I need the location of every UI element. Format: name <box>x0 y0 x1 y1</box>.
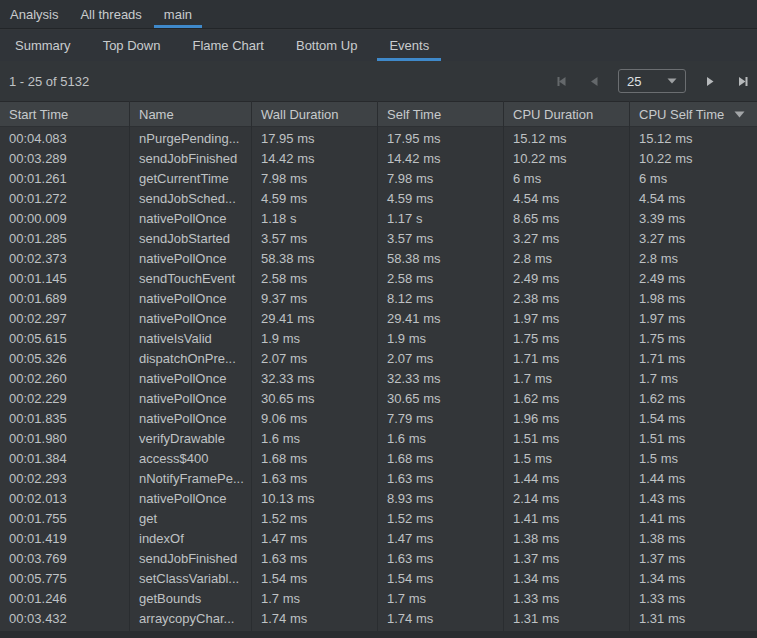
cell-self-time: 58.38 ms <box>378 248 504 268</box>
chevron-down-icon <box>667 78 677 84</box>
cell-self-time: 3.57 ms <box>378 228 504 248</box>
cell-start-time: 00:01.272 <box>0 188 130 208</box>
cell-cpu-self-time: 6 ms <box>630 168 757 188</box>
cell-start-time: 00:01.261 <box>0 168 130 188</box>
page-size-dropdown[interactable]: 25 <box>618 69 686 93</box>
column-header-name[interactable]: Name <box>130 102 252 126</box>
table-row[interactable]: 00:00.009nativePollOnce1.18 s1.17 s8.65 … <box>0 208 757 228</box>
cell-start-time: 00:01.246 <box>0 588 130 608</box>
table-row[interactable]: 00:05.615nativeIsValid1.9 ms1.9 ms1.75 m… <box>0 328 757 348</box>
cell-self-time: 17.95 ms <box>378 128 504 148</box>
column-divider[interactable] <box>129 101 130 631</box>
cell-start-time: 00:01.980 <box>0 428 130 448</box>
column-header-self-time[interactable]: Self Time <box>378 102 504 126</box>
column-header-wall-duration[interactable]: Wall Duration <box>252 102 378 126</box>
cell-name: nativePollOnce <box>130 408 252 428</box>
table-row[interactable]: 00:02.297nativePollOnce29.41 ms29.41 ms1… <box>0 308 757 328</box>
table-row[interactable]: 00:01.145sendTouchEvent2.58 ms2.58 ms2.4… <box>0 268 757 288</box>
table-row[interactable]: 00:01.835nativePollOnce9.06 ms7.79 ms1.9… <box>0 408 757 428</box>
cell-wall-duration: 10.13 ms <box>252 488 378 508</box>
column-divider[interactable] <box>251 101 252 631</box>
cell-cpu-duration: 2.8 ms <box>504 248 630 268</box>
last-page-icon[interactable] <box>734 73 750 89</box>
tab-all-threads[interactable]: All threads <box>70 0 151 28</box>
table-row[interactable]: 00:01.419indexOf1.47 ms1.47 ms1.38 ms1.3… <box>0 528 757 548</box>
cell-start-time: 00:01.689 <box>0 288 130 308</box>
cell-wall-duration: 1.9 ms <box>252 328 378 348</box>
next-page-icon[interactable] <box>702 73 718 89</box>
cell-self-time: 1.6 ms <box>378 428 504 448</box>
column-header-cpu-self-time[interactable]: CPU Self Time <box>630 102 757 126</box>
tab-bottom-up[interactable]: Bottom Up <box>284 30 369 61</box>
column-header-label: Wall Duration <box>261 107 339 122</box>
column-divider[interactable] <box>377 101 378 631</box>
cell-cpu-duration: 4.54 ms <box>504 188 630 208</box>
cell-start-time: 00:01.384 <box>0 448 130 468</box>
cell-cpu-self-time: 3.39 ms <box>630 208 757 228</box>
previous-page-icon[interactable] <box>586 73 602 89</box>
table-row[interactable]: 00:02.293nNotifyFramePe...1.63 ms1.63 ms… <box>0 468 757 488</box>
cell-wall-duration: 1.54 ms <box>252 568 378 588</box>
cell-cpu-self-time: 1.37 ms <box>630 548 757 568</box>
table-row[interactable]: 00:02.260nativePollOnce32.33 ms32.33 ms1… <box>0 368 757 388</box>
table-row[interactable]: 00:04.083nPurgePending...17.95 ms17.95 m… <box>0 128 757 148</box>
cell-wall-duration: 17.95 ms <box>252 128 378 148</box>
cell-cpu-self-time: 1.75 ms <box>630 328 757 348</box>
cell-cpu-duration: 8.65 ms <box>504 208 630 228</box>
cell-wall-duration: 29.41 ms <box>252 308 378 328</box>
tab-flame-chart[interactable]: Flame Chart <box>180 30 276 61</box>
column-divider[interactable] <box>629 101 630 631</box>
table-header-row: Start TimeNameWall DurationSelf TimeCPU … <box>0 101 757 127</box>
cell-name: sendTouchEvent <box>130 268 252 288</box>
table-row[interactable]: 00:02.013nativePollOnce10.13 ms8.93 ms2.… <box>0 488 757 508</box>
cell-self-time: 4.59 ms <box>378 188 504 208</box>
cell-cpu-self-time: 1.98 ms <box>630 288 757 308</box>
table-row[interactable]: 00:01.980verifyDrawable1.6 ms1.6 ms1.51 … <box>0 428 757 448</box>
table-row[interactable]: 00:02.373nativePollOnce58.38 ms58.38 ms2… <box>0 248 757 268</box>
cell-self-time: 2.58 ms <box>378 268 504 288</box>
cell-name: setClassVariabl... <box>130 568 252 588</box>
table-row[interactable]: 00:01.272sendJobSched...4.59 ms4.59 ms4.… <box>0 188 757 208</box>
table-row[interactable]: 00:03.769sendJobFinished1.63 ms1.63 ms1.… <box>0 548 757 568</box>
table-row[interactable]: 00:03.289sendJobFinished14.42 ms14.42 ms… <box>0 148 757 168</box>
secondary-tab-bar: SummaryTop DownFlame ChartBottom UpEvent… <box>0 30 757 61</box>
table-row[interactable]: 00:05.775setClassVariabl...1.54 ms1.54 m… <box>0 568 757 588</box>
cell-self-time: 1.17 s <box>378 208 504 228</box>
table-row[interactable]: 00:01.261getCurrentTime7.98 ms7.98 ms6 m… <box>0 168 757 188</box>
tab-main[interactable]: main <box>154 0 202 28</box>
cell-start-time: 00:02.297 <box>0 308 130 328</box>
cell-cpu-duration: 1.44 ms <box>504 468 630 488</box>
table-row[interactable]: 00:01.246getBounds1.7 ms1.7 ms1.33 ms1.3… <box>0 588 757 608</box>
tab-summary[interactable]: Summary <box>3 30 83 61</box>
first-page-icon[interactable] <box>554 73 570 89</box>
cell-wall-duration: 1.52 ms <box>252 508 378 528</box>
cell-self-time: 1.7 ms <box>378 588 504 608</box>
table-row[interactable]: 00:01.689nativePollOnce9.37 ms8.12 ms2.3… <box>0 288 757 308</box>
column-header-start-time[interactable]: Start Time <box>0 102 130 126</box>
table-row[interactable]: 00:02.229nativePollOnce30.65 ms30.65 ms1… <box>0 388 757 408</box>
tab-top-down[interactable]: Top Down <box>91 30 173 61</box>
cell-wall-duration: 1.7 ms <box>252 588 378 608</box>
column-header-cpu-duration[interactable]: CPU Duration <box>504 102 630 126</box>
tab-events[interactable]: Events <box>377 30 441 61</box>
cell-cpu-self-time: 10.22 ms <box>630 148 757 168</box>
cell-self-time: 7.98 ms <box>378 168 504 188</box>
cell-self-time: 2.07 ms <box>378 348 504 368</box>
table-row[interactable]: 00:03.432arraycopyChar...1.74 ms1.74 ms1… <box>0 608 757 628</box>
table-row[interactable]: 00:01.755get1.52 ms1.52 ms1.41 ms1.41 ms <box>0 508 757 528</box>
column-divider[interactable] <box>503 101 504 631</box>
cell-wall-duration: 1.74 ms <box>252 608 378 628</box>
table-row[interactable]: 00:05.326dispatchOnPre...2.07 ms2.07 ms1… <box>0 348 757 368</box>
cell-name: get <box>130 508 252 528</box>
cell-wall-duration: 1.6 ms <box>252 428 378 448</box>
cell-wall-duration: 32.33 ms <box>252 368 378 388</box>
cell-cpu-self-time: 1.51 ms <box>630 428 757 448</box>
pagination-range-label: 1 - 25 of 5132 <box>9 61 89 101</box>
cell-cpu-self-time: 4.54 ms <box>630 188 757 208</box>
table-row[interactable]: 00:01.285sendJobStarted3.57 ms3.57 ms3.2… <box>0 228 757 248</box>
cell-name: sendJobFinished <box>130 548 252 568</box>
tab-analysis[interactable]: Analysis <box>0 0 68 28</box>
cell-cpu-duration: 6 ms <box>504 168 630 188</box>
table-row[interactable]: 00:01.384access$4001.68 ms1.68 ms1.5 ms1… <box>0 448 757 468</box>
cell-start-time: 00:03.289 <box>0 148 130 168</box>
